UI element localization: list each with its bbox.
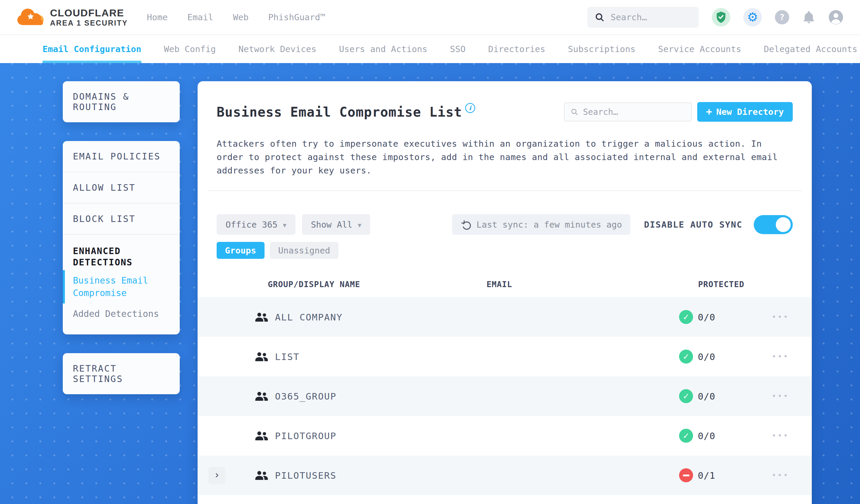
row-menu-button[interactable]: •••: [749, 432, 812, 440]
column-protected: PROTECTED: [698, 280, 793, 289]
info-icon[interactable]: i: [465, 103, 475, 113]
group-people-icon: [255, 470, 269, 481]
row-menu-button[interactable]: •••: [749, 352, 812, 361]
top-bar: CLOUDFLARE AREA 1 SECURITY HomeEmailWebP…: [0, 0, 860, 35]
group-name: PILOTGROUP: [275, 431, 468, 441]
sidebar-item-added-detections[interactable]: Added Detections: [63, 303, 180, 324]
topnav-item-email[interactable]: Email: [187, 12, 213, 22]
topnav-item-home[interactable]: Home: [147, 12, 168, 22]
brand-subtitle: AREA 1 SECURITY: [50, 19, 128, 27]
sidebar-item-domains-routing[interactable]: DOMAINS & ROUTING: [63, 81, 180, 122]
group-table: › ALL COMPANY ✓ 0/0 ••• ›: [198, 297, 812, 495]
check-icon: ✓: [683, 391, 689, 401]
protected-count: 0/1: [698, 470, 715, 481]
brand-title: CLOUDFLARE: [50, 8, 128, 18]
subnav-item-service-accounts[interactable]: Service Accounts: [658, 35, 741, 63]
table-header: GROUP/DISPLAY NAME EMAIL PROTECTED: [217, 280, 793, 289]
protected-status-badge: ✓: [679, 389, 693, 403]
protected-count: 0/0: [698, 391, 715, 402]
toggle-knob: [776, 217, 791, 232]
subnav-item-network-devices[interactable]: Network Devices: [238, 35, 316, 63]
list-search[interactable]: [564, 102, 692, 121]
group-name: ALL COMPANY: [275, 312, 468, 322]
protected-count: 0/0: [698, 351, 715, 362]
subnav-item-subscriptions[interactable]: Subscriptions: [568, 35, 636, 63]
subnav-item-web-config[interactable]: Web Config: [164, 35, 216, 63]
workspace-background: DOMAINS & ROUTING EMAIL POLICIES ALLOW L…: [0, 63, 860, 504]
auto-sync-label: DISABLE AUTO SYNC: [644, 219, 743, 230]
sidebar-item-retract-settings[interactable]: RETRACT SETTINGS: [63, 353, 180, 394]
row-menu-button[interactable]: •••: [749, 392, 812, 401]
group-name: LIST: [275, 351, 468, 362]
list-search-input[interactable]: [583, 107, 685, 117]
sidebar-item-business-email-compromise[interactable]: Business Email Compromise: [63, 270, 161, 303]
minus-icon: [683, 475, 689, 476]
tab-groups[interactable]: Groups: [217, 242, 264, 259]
group-people-icon: [255, 391, 269, 402]
protected-status-badge: ✓: [679, 310, 693, 324]
protected-count: 0/0: [698, 312, 715, 322]
sidebar-item-allow-list[interactable]: ALLOW LIST: [63, 172, 180, 203]
table-row[interactable]: › ALL COMPANY ✓ 0/0 •••: [198, 297, 812, 337]
show-filter-dropdown[interactable]: Show All ▼: [302, 214, 371, 235]
page-title: Business Email Compromise List: [217, 104, 462, 120]
refresh-icon: [460, 219, 471, 230]
subnav-item-delegated-accounts[interactable]: Delegated Accounts: [764, 35, 857, 63]
sidebar-item-block-list[interactable]: BLOCK LIST: [63, 203, 180, 234]
main-panel: Business Email Compromise List i + New D…: [198, 81, 812, 504]
table-row[interactable]: › O365_GROUP ✓ 0/0 •••: [198, 376, 812, 416]
cloudflare-logo[interactable]: CLOUDFLARE AREA 1 SECURITY: [17, 8, 128, 27]
subnav-item-users-and-actions[interactable]: Users and Actions: [339, 35, 427, 63]
protected-status-badge: ✓: [679, 349, 693, 363]
table-row[interactable]: › PILOTGROUP ✓ 0/0 •••: [198, 416, 812, 456]
subnav-item-email-configuration[interactable]: Email Configuration: [43, 35, 141, 63]
topnav-item-web[interactable]: Web: [233, 12, 248, 22]
table-row[interactable]: › PILOTUSERS 0/1 •••: [198, 456, 812, 495]
group-people-icon: [255, 430, 269, 442]
group-name: O365_GROUP: [275, 391, 468, 402]
group-people-icon: [255, 312, 269, 323]
page-description: Attackers often try to impersonate execu…: [217, 137, 785, 177]
chevron-down-icon: ▼: [358, 222, 361, 229]
column-email: EMAIL: [487, 280, 698, 289]
check-icon: ✓: [683, 352, 689, 361]
account-avatar-icon[interactable]: [829, 10, 843, 25]
sidebar-item-enhanced-detections[interactable]: ENHANCED DETECTIONS: [63, 243, 152, 270]
help-icon[interactable]: ?: [775, 10, 789, 24]
subnav-item-directories[interactable]: Directories: [488, 35, 545, 63]
auto-sync-toggle[interactable]: [754, 215, 793, 234]
search-icon: [571, 107, 578, 116]
search-icon: [594, 12, 605, 22]
directory-dropdown[interactable]: Office 365 ▼: [217, 214, 296, 235]
check-icon: ✓: [683, 312, 689, 322]
topnav-item-phishguard-[interactable]: PhishGuard™: [268, 12, 325, 22]
group-people-icon: [255, 351, 269, 362]
sidebar: DOMAINS & ROUTING EMAIL POLICIES ALLOW L…: [63, 81, 180, 413]
check-icon: ✓: [683, 431, 689, 440]
sidebar-item-email-policies[interactable]: EMAIL POLICIES: [63, 141, 180, 172]
global-search-input[interactable]: [611, 12, 691, 22]
divider: [208, 190, 802, 191]
protected-count: 0/0: [698, 431, 715, 441]
group-name: PILOTUSERS: [275, 470, 468, 481]
protected-status-badge: [679, 468, 693, 482]
tab-unassigned[interactable]: Unassigned: [270, 242, 339, 259]
new-directory-button[interactable]: + New Directory: [697, 102, 793, 122]
row-menu-button[interactable]: •••: [749, 313, 812, 321]
table-row[interactable]: › LIST ✓ 0/0 •••: [198, 337, 812, 376]
expand-row-button[interactable]: ›: [208, 467, 226, 484]
top-nav: HomeEmailWebPhishGuard™: [147, 12, 326, 22]
chevron-down-icon: ▼: [283, 222, 287, 229]
group-tabs: GroupsUnassigned: [217, 242, 793, 259]
cloudflare-cloud-icon: [17, 8, 46, 27]
settings-gear-icon[interactable]: ⚙: [743, 8, 762, 27]
security-status-icon[interactable]: [712, 8, 730, 27]
notifications-bell-icon[interactable]: [802, 10, 815, 25]
row-menu-button[interactable]: •••: [749, 471, 812, 480]
global-search[interactable]: [587, 7, 699, 28]
last-sync-chip[interactable]: Last sync: a few minutes ago: [452, 214, 630, 235]
column-group-display-name: GROUP/DISPLAY NAME: [268, 280, 487, 289]
protected-status-badge: ✓: [679, 429, 693, 443]
subnav-item-sso[interactable]: SSO: [450, 35, 465, 63]
plus-icon: +: [706, 106, 712, 117]
